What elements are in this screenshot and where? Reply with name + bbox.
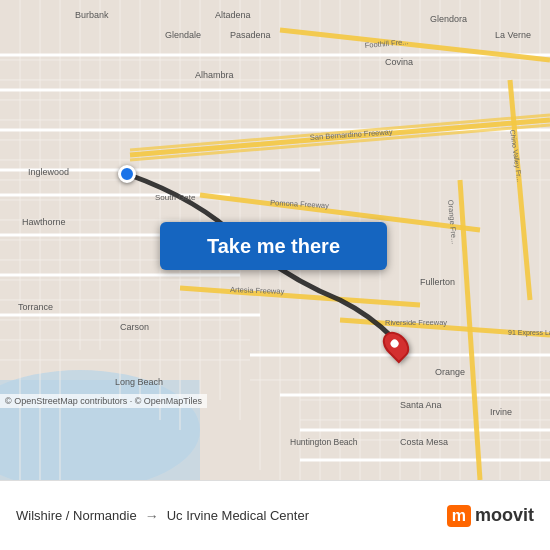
svg-text:Glendale: Glendale bbox=[165, 30, 201, 40]
take-me-there-button[interactable]: Take me there bbox=[160, 222, 387, 270]
destination-marker bbox=[385, 330, 407, 360]
origin-marker bbox=[118, 165, 136, 183]
svg-text:Pasadena: Pasadena bbox=[230, 30, 271, 40]
svg-text:South Gate: South Gate bbox=[155, 193, 196, 202]
moovit-brand-text: moovit bbox=[475, 505, 534, 526]
svg-text:Torrance: Torrance bbox=[18, 302, 53, 312]
svg-text:Irvine: Irvine bbox=[490, 407, 512, 417]
svg-text:Burbank: Burbank bbox=[75, 10, 109, 20]
svg-text:Huntington Beach: Huntington Beach bbox=[290, 437, 358, 447]
map-attribution: © OpenStreetMap contributors · © OpenMap… bbox=[0, 394, 207, 408]
svg-text:Inglewood: Inglewood bbox=[28, 167, 69, 177]
moovit-m-badge: m bbox=[447, 505, 471, 527]
svg-text:Carson: Carson bbox=[120, 322, 149, 332]
svg-text:La Verne: La Verne bbox=[495, 30, 531, 40]
route-origin: Wilshire / Normandie bbox=[16, 508, 137, 523]
route-arrow: → bbox=[145, 508, 159, 524]
map-container: Burbank Altadena Glendale Pasadena Glend… bbox=[0, 0, 550, 480]
svg-text:Altadena: Altadena bbox=[215, 10, 251, 20]
svg-text:Orange: Orange bbox=[435, 367, 465, 377]
svg-text:Long Beach: Long Beach bbox=[115, 377, 163, 387]
svg-text:Hawthorne: Hawthorne bbox=[22, 217, 66, 227]
svg-text:Santa Ana: Santa Ana bbox=[400, 400, 442, 410]
svg-text:Riverside Freeway: Riverside Freeway bbox=[385, 318, 447, 327]
svg-text:Alhambra: Alhambra bbox=[195, 70, 234, 80]
route-info: Wilshire / Normandie → Uc Irvine Medical… bbox=[16, 508, 439, 524]
route-destination: Uc Irvine Medical Center bbox=[167, 508, 309, 523]
bottom-bar: Wilshire / Normandie → Uc Irvine Medical… bbox=[0, 480, 550, 550]
svg-text:Artesia Freeway: Artesia Freeway bbox=[230, 285, 285, 296]
svg-text:Glendora: Glendora bbox=[430, 14, 467, 24]
svg-text:91 Express La...: 91 Express La... bbox=[508, 329, 550, 337]
svg-text:Fullerton: Fullerton bbox=[420, 277, 455, 287]
svg-text:Costa Mesa: Costa Mesa bbox=[400, 437, 448, 447]
svg-text:Covina: Covina bbox=[385, 57, 413, 67]
moovit-logo: m moovit bbox=[447, 505, 534, 527]
